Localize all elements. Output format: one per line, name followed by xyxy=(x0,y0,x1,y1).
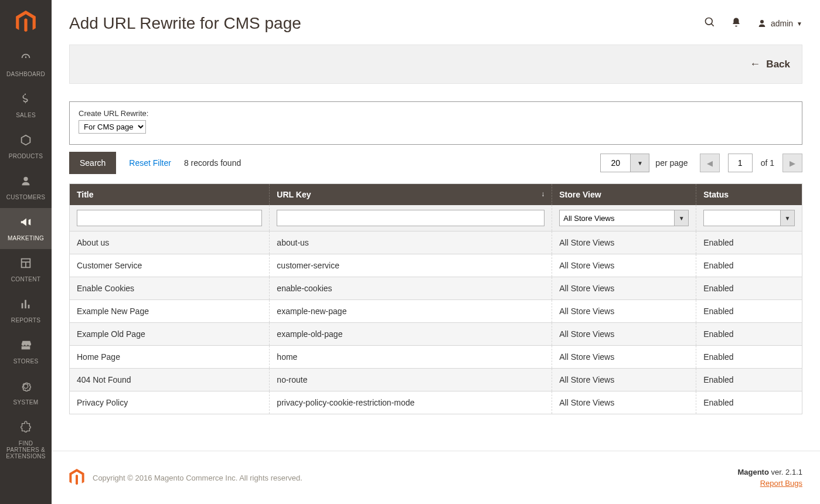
cell-urlkey: customer-service xyxy=(270,254,552,277)
sidebar-label: FIND PARTNERS & EXTENSIONS xyxy=(2,440,49,459)
per-page-dropdown[interactable]: ▼ xyxy=(631,154,649,172)
cell-status: Enabled xyxy=(696,369,802,391)
chart-icon xyxy=(19,298,32,314)
col-header-status[interactable]: Status xyxy=(696,184,802,206)
table-row[interactable]: Home Page home All Store Views Enabled xyxy=(70,346,802,369)
version-text: Magento ver. 2.1.1 xyxy=(737,468,802,476)
arrow-left-icon: ← xyxy=(750,58,760,70)
table-row[interactable]: Enable Cookies enable-cookies All Store … xyxy=(70,277,802,300)
sidebar-item-marketing[interactable]: MARKETING xyxy=(0,208,52,249)
create-rewrite-select[interactable]: For CMS page xyxy=(79,120,146,134)
cell-store: All Store Views xyxy=(552,254,696,277)
cell-urlkey: example-old-page xyxy=(270,323,552,346)
cell-status: Enabled xyxy=(696,300,802,323)
admin-user-menu[interactable]: admin ▼ xyxy=(757,18,802,29)
filter-urlkey-input[interactable] xyxy=(277,210,545,226)
cell-title: Privacy Policy xyxy=(70,391,270,414)
cell-title: Example Old Page xyxy=(70,323,270,346)
user-icon xyxy=(757,18,767,29)
per-page-control: ▼ per page xyxy=(600,154,688,172)
copyright-text: Copyright © 2016 Magento Commerce Inc. A… xyxy=(93,474,302,482)
footer: Copyright © 2016 Magento Commerce Inc. A… xyxy=(52,451,820,504)
col-header-storeview[interactable]: Store View xyxy=(552,184,696,206)
table-row[interactable]: Example New Page example-new-page All St… xyxy=(70,300,802,323)
cell-title: Home Page xyxy=(70,346,270,369)
sidebar-item-customers[interactable]: CUSTOMERS xyxy=(0,167,52,208)
create-rewrite-box: Create URL Rewrite: For CMS page xyxy=(69,101,802,145)
reset-filter-link[interactable]: Reset Filter xyxy=(129,158,171,168)
pager: ◀ of 1 ▶ xyxy=(700,154,802,172)
table-row[interactable]: About us about-us All Store Views Enable… xyxy=(70,231,802,254)
svg-line-1 xyxy=(711,23,713,26)
sidebar-item-stores[interactable]: STORES xyxy=(0,331,52,372)
sidebar: DASHBOARD SALES PRODUCTS CUSTOMERS MARKE… xyxy=(0,0,52,504)
cell-title: About us xyxy=(70,231,270,254)
records-count: 8 records found xyxy=(184,158,241,168)
page-number-input[interactable] xyxy=(728,154,753,172)
cell-title: Example New Page xyxy=(70,300,270,323)
admin-username: admin xyxy=(771,19,793,28)
chevron-down-icon[interactable]: ▼ xyxy=(675,210,689,226)
cell-urlkey: example-new-page xyxy=(270,300,552,323)
table-row[interactable]: Example Old Page example-old-page All St… xyxy=(70,323,802,346)
sidebar-label: MARKETING xyxy=(8,235,44,241)
box-icon xyxy=(19,134,32,149)
sidebar-label: CUSTOMERS xyxy=(6,194,45,200)
search-icon[interactable] xyxy=(704,16,716,31)
filter-status-select[interactable] xyxy=(703,210,781,226)
sidebar-label: PRODUCTS xyxy=(9,153,43,159)
magento-logo[interactable] xyxy=(0,0,52,44)
table-row[interactable]: Customer Service customer-service All St… xyxy=(70,254,802,277)
create-rewrite-label: Create URL Rewrite: xyxy=(79,109,793,118)
filter-title-input[interactable] xyxy=(77,210,262,226)
page-of-label: of 1 xyxy=(761,158,774,168)
cell-status: Enabled xyxy=(696,231,802,254)
sidebar-item-partners[interactable]: FIND PARTNERS & EXTENSIONS xyxy=(0,413,52,467)
per-page-input[interactable] xyxy=(600,154,631,172)
col-header-title[interactable]: Title xyxy=(70,184,270,206)
cell-store: All Store Views xyxy=(552,369,696,391)
report-bugs-link[interactable]: Report Bugs xyxy=(737,479,802,488)
page-title: Add URL Rewrite for CMS page xyxy=(69,14,301,33)
cms-pages-table: Title URL Key↓ Store View Status ▼ ▼ Abo… xyxy=(69,183,802,414)
back-button[interactable]: ← Back xyxy=(750,58,790,70)
search-button[interactable]: Search xyxy=(69,152,116,174)
gear-icon xyxy=(19,380,32,396)
layout-icon xyxy=(19,257,32,273)
puzzle-icon xyxy=(19,421,32,437)
sidebar-item-system[interactable]: SYSTEM xyxy=(0,372,52,413)
chevron-down-icon[interactable]: ▼ xyxy=(781,210,795,226)
cell-store: All Store Views xyxy=(552,231,696,254)
notifications-icon[interactable] xyxy=(731,17,741,30)
cell-urlkey: privacy-policy-cookie-restriction-mode xyxy=(270,391,552,414)
magento-logo-icon xyxy=(69,469,84,486)
cell-status: Enabled xyxy=(696,391,802,414)
sidebar-label: SALES xyxy=(16,112,36,118)
cell-status: Enabled xyxy=(696,277,802,300)
sidebar-item-dashboard[interactable]: DASHBOARD xyxy=(0,44,52,85)
sidebar-item-sales[interactable]: SALES xyxy=(0,85,52,126)
filter-storeview-select[interactable] xyxy=(559,210,675,226)
cell-urlkey: enable-cookies xyxy=(270,277,552,300)
table-row[interactable]: 404 Not Found no-route All Store Views E… xyxy=(70,369,802,391)
table-row[interactable]: Privacy Policy privacy-policy-cookie-res… xyxy=(70,391,802,414)
cell-urlkey: home xyxy=(270,346,552,369)
sidebar-item-content[interactable]: CONTENT xyxy=(0,249,52,290)
back-label: Back xyxy=(766,59,790,70)
col-header-urlkey[interactable]: URL Key↓ xyxy=(270,184,552,206)
toolbar: ← Back xyxy=(69,45,802,84)
cell-store: All Store Views xyxy=(552,323,696,346)
cell-status: Enabled xyxy=(696,323,802,346)
sidebar-item-reports[interactable]: REPORTS xyxy=(0,290,52,331)
header-actions: admin ▼ xyxy=(704,16,802,31)
cell-title: Customer Service xyxy=(70,254,270,277)
cell-status: Enabled xyxy=(696,254,802,277)
filter-row: ▼ ▼ xyxy=(70,205,802,231)
dollar-icon xyxy=(19,93,32,108)
prev-page-button[interactable]: ◀ xyxy=(700,154,720,172)
cell-store: All Store Views xyxy=(552,391,696,414)
cell-urlkey: no-route xyxy=(270,369,552,391)
next-page-button[interactable]: ▶ xyxy=(782,154,802,172)
sidebar-item-products[interactable]: PRODUCTS xyxy=(0,126,52,167)
cell-title: 404 Not Found xyxy=(70,369,270,391)
